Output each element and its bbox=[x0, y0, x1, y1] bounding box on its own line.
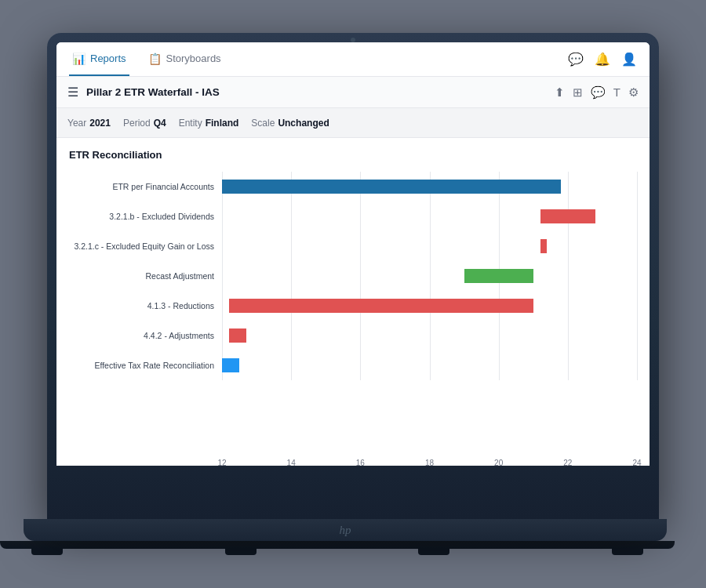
scale-label: Scale bbox=[251, 118, 275, 129]
storyboards-icon: 📋 bbox=[148, 53, 162, 65]
grid-line bbox=[637, 231, 638, 261]
grid-line bbox=[291, 261, 292, 291]
tab-reports[interactable]: 📊 Reports bbox=[69, 42, 129, 76]
foot-right-mid bbox=[418, 549, 449, 555]
grid-line bbox=[430, 261, 431, 291]
grid-line bbox=[291, 321, 292, 350]
chart-row: 3.2.1.c - Excluded Equity Gain or Loss bbox=[69, 231, 637, 261]
x-axis: 12141618202224 bbox=[222, 459, 637, 466]
laptop-screen: 📊 Reports 📋 Storyboards 💬 🔔 👤 ☰ Pillar 2… bbox=[56, 42, 650, 466]
notification-icon[interactable]: 🔔 bbox=[595, 52, 610, 67]
grid-line bbox=[568, 291, 569, 321]
x-axis-tick: 18 bbox=[425, 459, 434, 466]
filter-bar: Year 2021 Period Q4 Entity Finland Scale… bbox=[56, 108, 650, 138]
grid-line bbox=[637, 261, 638, 291]
chart-title: ETR Reconciliation bbox=[69, 149, 637, 161]
chart-container: ETR per Financial Accounts3.2.1.b - Excl… bbox=[69, 172, 637, 459]
chart-bars-area bbox=[222, 172, 637, 201]
grid-line bbox=[291, 350, 292, 380]
chart-bar bbox=[229, 299, 533, 313]
chart-row: 4.1.3 - Reductions bbox=[69, 291, 637, 321]
settings-icon[interactable]: ⚙ bbox=[628, 85, 639, 100]
chart-row: 4.4.2 - Adjustments bbox=[69, 321, 637, 350]
chart-row: Effective Tax Rate Reconciliation bbox=[69, 350, 637, 380]
laptop-camera bbox=[351, 38, 355, 42]
chart-row-label: 4.1.3 - Reductions bbox=[69, 301, 222, 311]
reports-chart-icon: 📊 bbox=[72, 53, 86, 65]
chart-row-label: ETR per Financial Accounts bbox=[69, 182, 222, 192]
x-axis-tick: 12 bbox=[217, 459, 226, 466]
user-icon[interactable]: 👤 bbox=[621, 52, 637, 67]
tab-storyboards[interactable]: 📋 Storyboards bbox=[145, 42, 224, 76]
chart-row-label: 3.2.1.c - Excluded Equity Gain or Loss bbox=[69, 241, 222, 252]
grid-line bbox=[568, 261, 569, 291]
scale-value: Unchanged bbox=[278, 118, 329, 129]
grid-line bbox=[360, 201, 361, 231]
page-title: Pillar 2 ETR Waterfall - IAS bbox=[86, 86, 547, 98]
grid-line bbox=[222, 201, 223, 231]
chart-row: ETR per Financial Accounts bbox=[69, 172, 637, 201]
grid-line bbox=[430, 350, 431, 380]
chart-row-label: Recast Adjustment bbox=[69, 271, 222, 281]
chart-row: 3.2.1.b - Excluded Dividends bbox=[69, 201, 637, 231]
scale-filter[interactable]: Scale Unchanged bbox=[251, 118, 329, 129]
chart-bar bbox=[540, 239, 548, 253]
foot-left bbox=[31, 549, 63, 555]
grid-line bbox=[499, 201, 500, 231]
grid-line bbox=[637, 172, 638, 201]
menu-icon[interactable]: ☰ bbox=[67, 85, 78, 100]
chart-bars-area bbox=[222, 231, 637, 261]
period-label: Period bbox=[123, 118, 151, 129]
period-filter[interactable]: Period Q4 bbox=[123, 118, 166, 129]
period-value: Q4 bbox=[154, 118, 166, 129]
grid-line bbox=[499, 231, 500, 261]
x-axis-tick: 14 bbox=[287, 459, 296, 466]
chart-bars-area bbox=[222, 201, 637, 231]
grid-line bbox=[360, 350, 361, 380]
chat-icon[interactable]: 💬 bbox=[568, 52, 584, 67]
grid-icon[interactable]: ⊞ bbox=[573, 85, 583, 100]
grid-line bbox=[222, 291, 223, 321]
chart-bars-area bbox=[222, 350, 637, 380]
nav-bar: 📊 Reports 📋 Storyboards 💬 🔔 👤 bbox=[56, 42, 650, 77]
laptop-feet bbox=[0, 549, 675, 555]
entity-value: Finland bbox=[206, 118, 239, 129]
nav-icons: 💬 🔔 👤 bbox=[568, 52, 637, 67]
grid-line bbox=[568, 350, 569, 380]
chart-bar bbox=[540, 209, 596, 223]
entity-filter[interactable]: Entity Finland bbox=[179, 118, 239, 129]
grid-line bbox=[637, 291, 638, 321]
laptop-logo: hp bbox=[340, 524, 351, 537]
grid-line bbox=[499, 321, 500, 350]
grid-line bbox=[430, 201, 431, 231]
year-filter[interactable]: Year 2021 bbox=[67, 118, 111, 129]
grid-line bbox=[222, 231, 223, 261]
grid-line bbox=[637, 350, 638, 380]
grid-line bbox=[222, 321, 223, 350]
chart-bars-area bbox=[222, 261, 637, 291]
grid-line bbox=[568, 321, 569, 350]
year-label: Year bbox=[67, 118, 86, 129]
grid-line bbox=[222, 261, 223, 291]
chart-row-label: 3.2.1.b - Excluded Dividends bbox=[69, 212, 222, 222]
x-axis-tick: 22 bbox=[563, 459, 572, 466]
share-icon[interactable]: ⬆ bbox=[555, 85, 565, 100]
grid-line bbox=[291, 201, 292, 231]
chart-area: ETR Reconciliation ETR per Financial Acc… bbox=[56, 138, 650, 466]
grid-line bbox=[360, 231, 361, 261]
text-icon[interactable]: T bbox=[613, 85, 620, 99]
x-axis-tick: 20 bbox=[494, 459, 503, 466]
grid-line bbox=[360, 321, 361, 350]
comment-icon[interactable]: 💬 bbox=[591, 85, 606, 100]
toolbar: ☰ Pillar 2 ETR Waterfall - IAS ⬆ ⊞ 💬 T ⚙ bbox=[56, 77, 650, 108]
x-axis-tick: 16 bbox=[356, 459, 365, 466]
toolbar-actions: ⬆ ⊞ 💬 T ⚙ bbox=[555, 85, 639, 100]
grid-line bbox=[499, 350, 500, 380]
chart-bar bbox=[464, 269, 533, 283]
chart-bar bbox=[222, 180, 561, 194]
laptop-base: hp bbox=[24, 519, 667, 541]
grid-line bbox=[637, 201, 638, 231]
x-axis-tick: 24 bbox=[632, 459, 641, 466]
chart-bar bbox=[222, 358, 239, 372]
grid-line bbox=[360, 261, 361, 291]
